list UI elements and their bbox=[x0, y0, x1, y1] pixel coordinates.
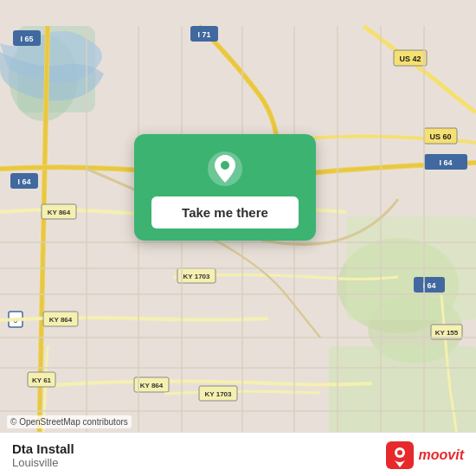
svg-text:I 64: I 64 bbox=[17, 177, 30, 186]
moovit-icon bbox=[386, 441, 414, 469]
moovit-text: moovit bbox=[419, 447, 464, 463]
bottom-bar: Dta Install Louisville moovit bbox=[0, 432, 476, 476]
svg-text:KY 1703: KY 1703 bbox=[205, 390, 233, 398]
svg-text:KY 155: KY 155 bbox=[435, 329, 459, 337]
moovit-logo: moovit bbox=[386, 441, 464, 469]
location-info: Dta Install Louisville bbox=[12, 441, 74, 469]
osm-attribution: © OpenStreetMap contributors bbox=[7, 415, 132, 428]
svg-point-54 bbox=[221, 161, 229, 170]
svg-text:I 64: I 64 bbox=[439, 158, 452, 167]
svg-text:KY 61: KY 61 bbox=[32, 376, 52, 384]
map-container: I 65 I 64 0 I 71 I 64 US 42 US 60 KY 864… bbox=[0, 0, 476, 476]
location-pin-icon bbox=[206, 150, 244, 188]
svg-text:KY 864: KY 864 bbox=[48, 209, 71, 216]
svg-text:KY 864: KY 864 bbox=[49, 316, 73, 324]
svg-point-57 bbox=[397, 450, 402, 455]
location-name: Dta Install bbox=[12, 441, 74, 456]
popup-card: Take me there bbox=[134, 134, 316, 241]
svg-text:KY 1703: KY 1703 bbox=[183, 273, 211, 280]
svg-text:US 42: US 42 bbox=[399, 55, 421, 63]
location-city: Louisville bbox=[12, 456, 74, 469]
svg-text:I 71: I 71 bbox=[197, 30, 210, 39]
svg-text:KY 864: KY 864 bbox=[140, 382, 164, 389]
svg-text:I 65: I 65 bbox=[20, 35, 33, 43]
take-me-there-button[interactable]: Take me there bbox=[151, 196, 299, 228]
svg-text:US 60: US 60 bbox=[429, 132, 451, 141]
